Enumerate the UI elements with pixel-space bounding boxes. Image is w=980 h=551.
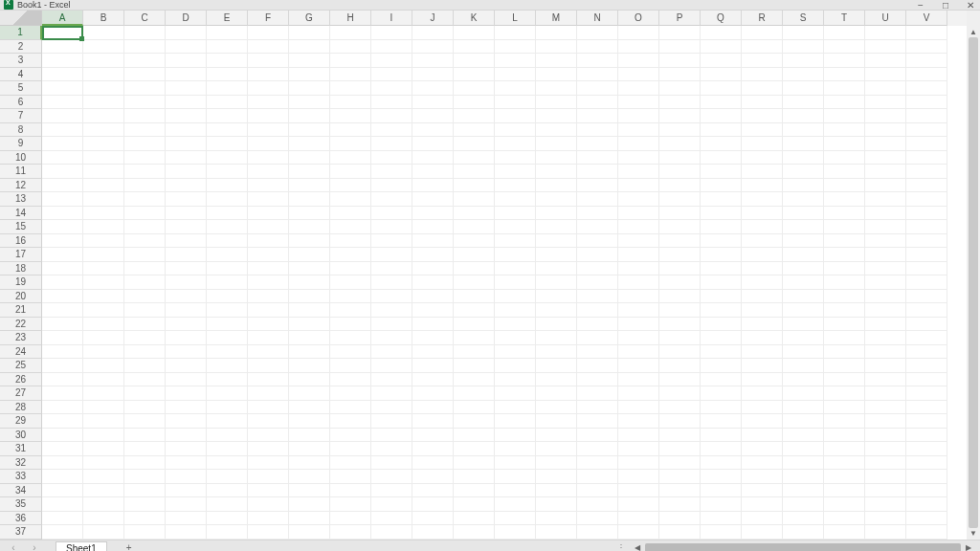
- horizontal-scrollbar[interactable]: ⋮ ◀ ▶: [616, 542, 974, 551]
- cell-A5[interactable]: [42, 81, 83, 96]
- cell-S20[interactable]: [783, 290, 824, 304]
- cell-G27[interactable]: [289, 386, 330, 401]
- cell-D19[interactable]: [166, 276, 207, 290]
- cell-Q12[interactable]: [701, 179, 742, 193]
- cell-F15[interactable]: [248, 220, 289, 234]
- cell-N17[interactable]: [577, 248, 618, 262]
- cell-B25[interactable]: [83, 359, 124, 373]
- cell-N27[interactable]: [577, 386, 618, 401]
- row-header-25[interactable]: 25: [0, 359, 42, 373]
- cell-L10[interactable]: [495, 151, 536, 165]
- cell-C37[interactable]: [124, 525, 166, 540]
- cell-T37[interactable]: [824, 525, 865, 540]
- cell-E16[interactable]: [207, 234, 248, 249]
- cell-L5[interactable]: [495, 81, 536, 96]
- cell-O18[interactable]: [618, 262, 659, 276]
- cell-G20[interactable]: [289, 290, 330, 304]
- cell-K3[interactable]: [454, 54, 495, 68]
- cell-H10[interactable]: [330, 151, 371, 165]
- cell-M5[interactable]: [536, 81, 577, 96]
- cell-G13[interactable]: [289, 192, 330, 207]
- cell-M32[interactable]: [536, 456, 577, 471]
- cell-T20[interactable]: [824, 290, 865, 304]
- cell-A9[interactable]: [42, 137, 83, 151]
- cell-A7[interactable]: [42, 109, 83, 123]
- cell-V14[interactable]: [906, 207, 947, 221]
- cell-V20[interactable]: [906, 290, 947, 304]
- cell-K6[interactable]: [454, 96, 495, 110]
- cell-L28[interactable]: [495, 401, 536, 415]
- cell-S25[interactable]: [783, 359, 824, 373]
- cell-I11[interactable]: [371, 165, 412, 179]
- cell-V29[interactable]: [906, 414, 947, 429]
- cell-U18[interactable]: [865, 262, 906, 276]
- h-scroll-thumb[interactable]: [645, 543, 961, 552]
- cell-I25[interactable]: [371, 359, 412, 373]
- cell-S13[interactable]: [783, 192, 824, 207]
- cell-E35[interactable]: [207, 497, 248, 512]
- cell-L25[interactable]: [495, 359, 536, 373]
- cell-F18[interactable]: [248, 262, 289, 276]
- cell-C16[interactable]: [124, 234, 166, 249]
- cell-P23[interactable]: [659, 331, 701, 345]
- cell-O27[interactable]: [618, 386, 659, 401]
- cell-I2[interactable]: [371, 40, 412, 55]
- cell-K20[interactable]: [454, 290, 495, 304]
- cell-T21[interactable]: [824, 303, 865, 318]
- cell-P14[interactable]: [659, 207, 701, 221]
- column-header-D[interactable]: D: [166, 11, 207, 26]
- cell-K19[interactable]: [454, 276, 495, 290]
- cell-M28[interactable]: [536, 401, 577, 415]
- cell-U9[interactable]: [865, 137, 906, 151]
- cell-I37[interactable]: [371, 525, 412, 540]
- row-header-16[interactable]: 16: [0, 234, 42, 249]
- cell-I18[interactable]: [371, 262, 412, 276]
- cell-V15[interactable]: [906, 220, 947, 234]
- cell-T12[interactable]: [824, 179, 865, 193]
- cell-Q7[interactable]: [701, 109, 742, 123]
- cell-F7[interactable]: [248, 109, 289, 123]
- cell-D35[interactable]: [166, 497, 207, 512]
- cell-L13[interactable]: [495, 192, 536, 207]
- cell-N20[interactable]: [577, 290, 618, 304]
- cell-B29[interactable]: [83, 414, 124, 429]
- row-header-4[interactable]: 4: [0, 68, 42, 82]
- cell-O35[interactable]: [618, 497, 659, 512]
- cell-L24[interactable]: [495, 345, 536, 360]
- cell-P1[interactable]: [659, 26, 701, 40]
- cell-S14[interactable]: [783, 207, 824, 221]
- cell-V37[interactable]: [906, 525, 947, 540]
- row-header-20[interactable]: 20: [0, 290, 42, 304]
- cell-Q28[interactable]: [701, 401, 742, 415]
- cell-M29[interactable]: [536, 414, 577, 429]
- cell-I21[interactable]: [371, 303, 412, 318]
- cell-S33[interactable]: [783, 470, 824, 484]
- cell-K1[interactable]: [454, 26, 495, 40]
- cell-I19[interactable]: [371, 276, 412, 290]
- cell-A25[interactable]: [42, 359, 83, 373]
- cell-O21[interactable]: [618, 303, 659, 318]
- cell-U16[interactable]: [865, 234, 906, 249]
- cell-M3[interactable]: [536, 54, 577, 68]
- cell-K24[interactable]: [454, 345, 495, 360]
- cell-D17[interactable]: [166, 248, 207, 262]
- cell-H16[interactable]: [330, 234, 371, 249]
- cell-J5[interactable]: [412, 81, 454, 96]
- cell-M11[interactable]: [536, 165, 577, 179]
- cell-J13[interactable]: [412, 192, 454, 207]
- cell-O8[interactable]: [618, 123, 659, 138]
- cell-V11[interactable]: [906, 165, 947, 179]
- cell-H20[interactable]: [330, 290, 371, 304]
- cell-D36[interactable]: [166, 512, 207, 526]
- cell-T36[interactable]: [824, 512, 865, 526]
- row-header-32[interactable]: 32: [0, 456, 42, 471]
- cell-I4[interactable]: [371, 68, 412, 82]
- cell-M21[interactable]: [536, 303, 577, 318]
- row-header-21[interactable]: 21: [0, 303, 42, 318]
- cell-U33[interactable]: [865, 470, 906, 484]
- cell-S37[interactable]: [783, 525, 824, 540]
- cell-P2[interactable]: [659, 40, 701, 55]
- cell-U10[interactable]: [865, 151, 906, 165]
- column-header-H[interactable]: H: [330, 11, 371, 26]
- cell-E20[interactable]: [207, 290, 248, 304]
